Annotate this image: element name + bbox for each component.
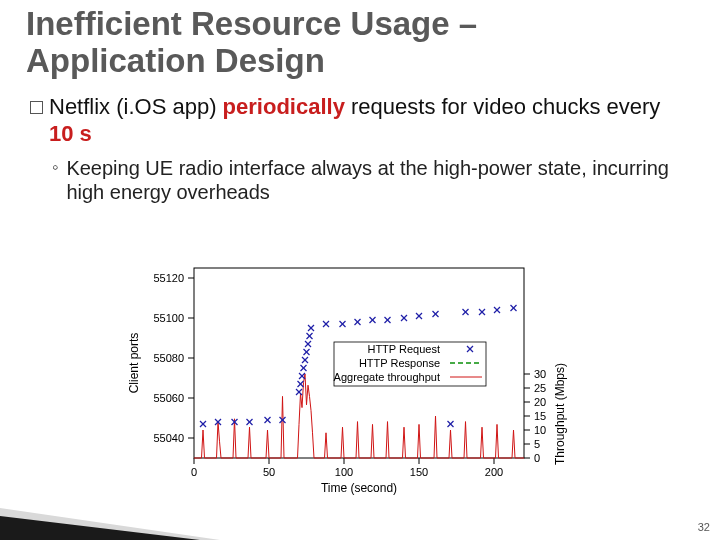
bullet-level-1: Netflix (i.OS app) periodically requests… [30,94,690,148]
chart-svg: 0 50 100 150 200 Time (second) 55040 550… [120,254,600,504]
yl-tick: 55060 [153,392,194,404]
yr-tick-label: 0 [534,452,540,464]
title-line-1: Inefficient Resource Usage – [26,5,477,42]
yl-tick: 55120 [153,272,194,284]
x-axis: 0 50 100 150 200 Time (second) [191,458,503,495]
legend-throughput: Aggregate throughput [334,371,440,383]
circle-bullet-icon: ◦ [52,157,58,179]
series-throughput [194,374,524,458]
yr-tick-label: 25 [534,382,546,394]
yl-tick: 55040 [153,432,194,444]
x-tick-label: 150 [410,466,428,478]
slide-body: Netflix (i.OS app) periodically requests… [30,94,690,204]
y-axis-right-label: Throughput (Mbps) [553,363,567,465]
yl-tick: 55100 [153,312,194,324]
yr-tick: 5 [524,438,540,450]
yr-tick-label: 10 [534,424,546,436]
yl-tick-label: 55080 [153,352,184,364]
legend-response: HTTP Response [359,357,440,369]
x-tick-label: 0 [191,466,197,478]
page-number: 32 [698,521,710,533]
x-tick: 100 [335,458,353,478]
yr-tick: 20 [524,396,546,408]
chart: 0 50 100 150 200 Time (second) 55040 550… [120,254,600,504]
yr-tick: 15 [524,410,546,422]
svg-marker-78 [0,508,220,540]
x-axis-label: Time (second) [321,481,397,495]
slide: Inefficient Resource Usage – Application… [0,0,720,540]
yr-tick-label: 30 [534,368,546,380]
x-tick-label: 200 [485,466,503,478]
x-tick: 150 [410,458,428,478]
b1-part-d: 10 s [49,121,92,146]
b1-part-c: requests for video chucks every [345,94,660,119]
square-bullet-icon [30,101,43,114]
yl-tick-label: 55040 [153,432,184,444]
yr-tick: 10 [524,424,546,436]
yl-tick-label: 55100 [153,312,184,324]
yl-tick-label: 55060 [153,392,184,404]
yr-tick-label: 5 [534,438,540,450]
bullet-2-text: Keeping UE radio interface always at the… [66,156,690,205]
slide-title: Inefficient Resource Usage – Application… [26,6,700,80]
yr-tick-label: 15 [534,410,546,422]
y-axis-right: 0 5 10 15 20 25 30 Throughput (Mbps) [524,363,567,465]
x-tick-label: 100 [335,466,353,478]
x-tick: 200 [485,458,503,478]
x-tick-label: 50 [263,466,275,478]
b1-part-a: Netflix (i.OS app) [49,94,223,119]
svg-marker-79 [0,516,200,540]
legend: HTTP Request HTTP Response Aggregate thr… [334,342,486,386]
x-tick: 0 [191,458,197,478]
y-axis-left-label: Client ports [127,333,141,394]
bullet-1-text: Netflix (i.OS app) periodically requests… [49,94,690,148]
yl-tick: 55080 [153,352,194,364]
legend-request: HTTP Request [367,343,440,355]
x-tick: 50 [263,458,275,478]
yr-tick: 25 [524,382,546,394]
yr-tick-label: 20 [534,396,546,408]
b1-part-b: periodically [223,94,345,119]
y-axis-left: 55040 55060 55080 55100 55120 Client por… [127,272,194,444]
title-line-2: Application Design [26,42,325,79]
bullet-level-2: ◦ Keeping UE radio interface always at t… [52,156,690,205]
yl-tick-label: 55120 [153,272,184,284]
yr-tick: 0 [524,452,540,464]
yr-tick: 30 [524,368,546,380]
